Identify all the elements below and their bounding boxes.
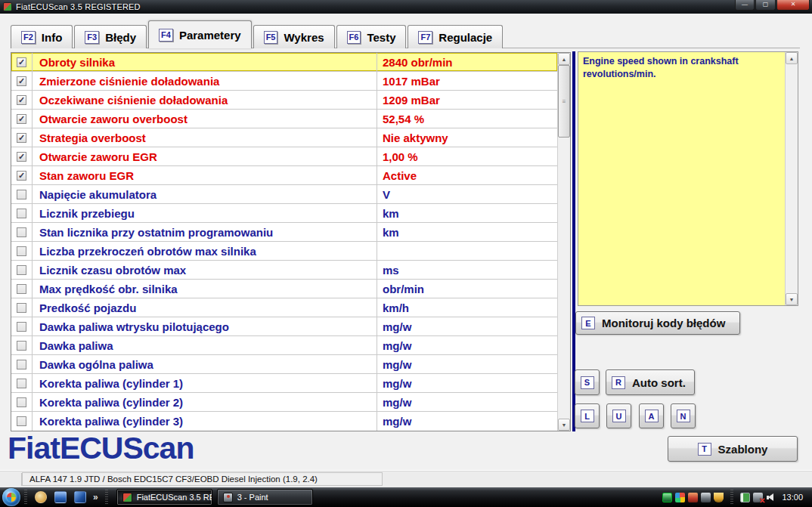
table-row[interactable]: ✓ Oczekiwane ciśnienie doładowania 1209 … <box>11 91 557 110</box>
table-row[interactable]: Korekta paliwa (cylinder 2) mg/w <box>11 393 557 412</box>
scrollbar-thumb[interactable]: ≡ <box>558 65 570 138</box>
table-row[interactable]: Napięcie akumulatora V <box>11 185 557 204</box>
row-checkbox[interactable] <box>17 209 26 218</box>
scroll-down-button[interactable]: ▼ <box>558 419 570 431</box>
table-row[interactable]: Dawka paliwa wtrysku pilotującego mg/w <box>11 317 557 336</box>
row-value-cell: mg/w <box>377 393 557 411</box>
table-row[interactable]: ✓ Obroty silnika 2840 obr/min <box>11 53 557 72</box>
row-checkbox[interactable] <box>17 360 26 369</box>
row-checkbox[interactable] <box>17 379 26 388</box>
row-checkbox[interactable] <box>17 227 26 237</box>
quick-launch-icon-1[interactable] <box>35 491 47 503</box>
tray-network-icon[interactable]: ✕ <box>753 493 763 502</box>
taskbar-button-paint[interactable]: 3 - Paint <box>217 489 313 505</box>
close-button[interactable]: ✕ <box>776 0 810 11</box>
vehicle-status-text: ALFA 147 1.9 JTD / Bosch EDC15C7 CF3/EOB… <box>22 472 383 486</box>
parameter-value: km <box>383 207 399 220</box>
row-value-cell: km <box>377 204 557 222</box>
info-scroll-down-button[interactable]: ▼ <box>786 293 798 305</box>
info-scrollbar[interactable]: ▲ ▼ <box>785 52 798 305</box>
table-row[interactable]: ✓ Stan zaworu EGR Active <box>11 166 557 185</box>
row-checkbox[interactable] <box>17 341 26 351</box>
table-row[interactable]: ✓ Strategia overboost Nie aktywny <box>11 128 557 147</box>
row-name-cell: Otwarcie zaworu EGR <box>33 147 377 165</box>
taskbar-clock[interactable]: 13:00 <box>779 493 807 502</box>
parameter-name: Licznik przebiegu <box>39 207 135 220</box>
table-scrollbar[interactable]: ▲ ≡ ▼ <box>557 53 570 431</box>
row-checkbox-cell: ✓ <box>11 128 33 147</box>
info-scroll-up-button[interactable]: ▲ <box>786 52 798 64</box>
table-row[interactable]: Stan licznika przy ostatnim programowani… <box>11 223 557 242</box>
tab-info[interactable]: F2 Info <box>11 25 73 48</box>
tray-battery-icon[interactable] <box>740 493 750 502</box>
parameter-name: Korekta paliwa (cylinder 1) <box>39 377 183 390</box>
tray-audio-manager-icon[interactable] <box>688 493 698 502</box>
tray-color-settings-icon[interactable] <box>675 493 685 502</box>
row-checkbox[interactable]: ✓ <box>17 114 26 124</box>
row-checkbox[interactable]: ✓ <box>17 152 26 162</box>
fiatecuscan-window: FiatECUScan 3.5 REGISTERED — ▢ ✕ F2 Info… <box>0 0 812 507</box>
quick-launch-overflow-chevron[interactable]: » <box>93 492 98 502</box>
tab-błędy[interactable]: F3 Błędy <box>74 25 147 48</box>
row-checkbox[interactable] <box>17 416 26 426</box>
row-checkbox[interactable] <box>17 397 26 407</box>
row-checkbox[interactable] <box>17 265 26 275</box>
table-row[interactable]: ✓ Zmierzone ciśnienie doładowania 1017 m… <box>11 72 557 91</box>
table-row[interactable]: Liczba przekroczeń obrotów max silnika <box>11 242 557 261</box>
row-name-cell: Predkość pojazdu <box>33 298 377 317</box>
row-checkbox[interactable] <box>17 190 26 199</box>
parameter-value: mg/w <box>383 339 411 352</box>
row-checkbox[interactable] <box>17 284 26 294</box>
table-row[interactable]: ✓ Otwarcie zaworu EGR 1,00 % <box>11 147 557 166</box>
row-checkbox[interactable] <box>17 246 26 256</box>
row-checkbox[interactable]: ✓ <box>17 171 26 181</box>
table-row[interactable]: Dawka paliwa mg/w <box>11 336 557 355</box>
parameter-name: Oczekiwane ciśnienie doładowania <box>39 94 228 107</box>
u-button[interactable]: U <box>606 403 631 428</box>
table-row[interactable]: ✓ Otwarcie zaworu overboost 52,54 % <box>11 110 557 128</box>
row-checkbox[interactable]: ✓ <box>17 95 26 105</box>
tab-key-badge: F5 <box>264 31 278 44</box>
tray-monitor-icon[interactable] <box>701 493 711 502</box>
tray-display-icon[interactable] <box>662 493 672 502</box>
table-row[interactable]: Predkość pojazdu km/h <box>11 298 557 317</box>
table-row[interactable]: Licznik czasu obrotów max ms <box>11 261 557 280</box>
parameter-name: Napięcie akumulatora <box>39 188 157 201</box>
table-row[interactable]: Korekta paliwa (cylinder 3) mg/w <box>11 412 557 431</box>
n-button[interactable]: N <box>671 403 696 428</box>
table-row[interactable]: Dawka ogólna paliwa mg/w <box>11 355 557 374</box>
tab-parametery[interactable]: F4 Parametery <box>148 20 252 48</box>
auto-sort-button[interactable]: R Auto sort. <box>606 369 695 395</box>
start-button[interactable] <box>2 488 20 506</box>
scroll-up-button[interactable]: ▲ <box>558 53 570 65</box>
l-button[interactable]: L <box>575 403 600 428</box>
table-row[interactable]: Licznik przebiegu km <box>11 204 557 223</box>
row-checkbox[interactable] <box>17 303 26 313</box>
row-checkbox[interactable] <box>17 322 26 332</box>
maximize-button[interactable]: ▢ <box>755 0 776 11</box>
row-checkbox[interactable]: ✓ <box>17 76 26 86</box>
tab-strip: F2 Info F3 Błędy F4 Parametery F5 Wykres… <box>11 20 503 48</box>
row-checkbox[interactable]: ✓ <box>17 57 26 67</box>
tray-update-shield-icon[interactable] <box>714 493 724 502</box>
tray-volume-icon[interactable] <box>766 493 776 502</box>
quick-launch-icon-3[interactable] <box>74 491 86 503</box>
templates-button[interactable]: T Szablony <box>668 436 798 462</box>
tab-wykres[interactable]: F5 Wykres <box>253 25 335 48</box>
table-row[interactable]: Korekta paliwa (cylinder 1) mg/w <box>11 374 557 393</box>
row-value-cell: obr/min <box>377 280 557 298</box>
tab-testy[interactable]: F6 Testy <box>336 25 407 48</box>
row-checkbox[interactable]: ✓ <box>17 133 26 143</box>
monitor-error-codes-button[interactable]: E Monitoruj kody błędów <box>575 311 740 335</box>
tab-regulacje[interactable]: F7 Regulacje <box>408 25 503 48</box>
a-button[interactable]: A <box>639 403 664 428</box>
row-checkbox-cell: ✓ <box>11 72 33 90</box>
row-checkbox-cell: ✓ <box>11 147 33 165</box>
s-button[interactable]: S <box>575 369 600 395</box>
minimize-button[interactable]: — <box>735 0 755 11</box>
quick-launch-icon-2[interactable] <box>54 491 67 503</box>
close-icon: ✕ <box>791 1 796 8</box>
taskbar-button-fiatecuscan[interactable]: FiatECUScan 3.5 RE... <box>116 489 212 505</box>
table-row[interactable]: Max prędkość obr. silnika obr/min <box>11 280 557 298</box>
key-badge-r: R <box>612 376 625 389</box>
